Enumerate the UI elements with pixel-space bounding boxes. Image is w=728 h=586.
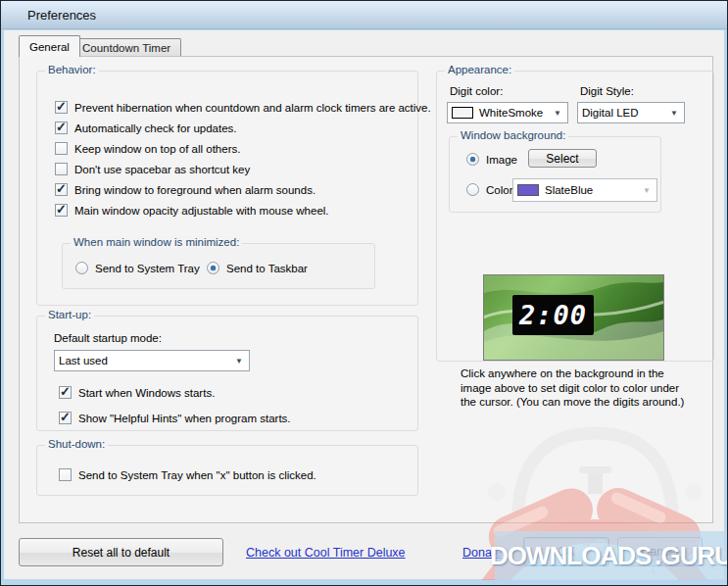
digit-style-combo[interactable]: Digital LED ▼ [577,102,685,123]
minimized-group-title: When main window is minimized: [71,236,242,248]
radio-circle[interactable] [466,153,479,166]
checkbox-box[interactable] [59,412,72,424]
startup-mode-value: Last used [59,355,108,366]
checkbox-box[interactable] [55,204,68,217]
select-button-label: Select [546,152,578,166]
tab-general[interactable]: General [19,35,80,57]
checkbox-box[interactable] [55,142,68,155]
digit-color-combo[interactable]: WhiteSmoke ▼ [447,102,568,123]
behavior-group: Behavior: Prevent hibernation when count… [36,71,418,306]
chevron-down-icon: ▼ [643,186,653,195]
chevron-down-icon: ▼ [554,109,563,118]
checkbox-auto-updates[interactable]: Automatically check for updates. [55,121,237,135]
checkbox-box[interactable] [55,183,68,196]
checkbox-bring-foreground[interactable]: Bring window to foreground when alarm so… [55,182,315,197]
checkbox-tray-on-close[interactable]: Send to System Tray when "x" button is c… [59,467,316,482]
checkbox-no-spacebar[interactable]: Don't use spacebar as shortcut key [55,162,250,176]
checkbox-prevent-hibernation[interactable]: Prevent hibernation when countdown and a… [55,100,431,115]
shutdown-group: Shut-down: Send to System Tray when "x" … [36,445,418,496]
checkbox-box[interactable] [59,468,72,481]
checkbox-label[interactable]: Automatically check for updates. [74,122,237,134]
select-image-button[interactable]: Select [528,149,597,168]
tab-countdown-label: Countdown Timer [82,42,170,54]
checkbox-opacity-wheel[interactable]: Main window opacity adjustable with mous… [55,203,329,218]
window-background-group: Window background: Image Select Color [449,136,661,213]
chevron-down-icon: ▼ [235,357,245,366]
radio-circle[interactable] [466,183,479,196]
checkbox-label[interactable]: Prevent hibernation when countdown and a… [74,102,431,114]
checkbox-box[interactable] [55,163,68,175]
checkbox-label[interactable]: Don't use spacebar as shortcut key [74,164,250,175]
radio-label[interactable]: Image [486,154,517,166]
window-background-title: Window background: [458,129,568,141]
shutdown-group-title: Shut-down: [45,438,108,450]
background-color-combo[interactable]: SlateBlue ▼ [512,178,657,202]
digit-color-label: Digit color: [450,85,503,97]
tab-countdown-timer[interactable]: Countdown Timer [72,38,181,57]
startup-group: Start-up: Default startup mode: Last use… [36,316,418,431]
digit-color-swatch [452,107,473,119]
preview-caption: Click anywhere on the background in the … [461,366,698,410]
radio-background-image[interactable]: Image [466,152,517,167]
tab-general-label: General [29,41,70,53]
checkbox-label[interactable]: Send to System Tray when "x" button is c… [78,469,316,481]
downloads-guru-watermark: DOWNLOADS .GURU [495,531,727,580]
radio-circle[interactable] [75,262,88,274]
watermark-text-left: DOWNLOADS [490,541,651,571]
radio-label[interactable]: Send to System Tray [95,263,200,274]
digit-style-value: Digital LED [582,107,639,119]
reset-all-label: Reset all to default [73,546,170,560]
checkbox-start-with-windows[interactable]: Start when Windows starts. [59,385,215,400]
dialog-body: General Countdown Timer Behavior: Preven… [4,30,724,579]
digit-style-label: Digit Style: [580,85,634,97]
reset-all-button[interactable]: Reset all to default [19,538,223,566]
preferences-dialog: Preferences General Countdown Timer Beha… [0,0,728,586]
checkbox-label[interactable]: Main window opacity adjustable with mous… [74,205,329,217]
checkbox-label[interactable]: Keep window on top of all others. [74,143,240,155]
startup-mode-label: Default startup mode: [54,332,162,344]
tab-page-general: Behavior: Prevent hibernation when count… [19,56,713,523]
startup-mode-combo[interactable]: Last used ▼ [54,350,250,371]
startup-group-title: Start-up: [45,309,94,320]
led-clock-display[interactable]: 2:00 [512,295,594,335]
minimized-group: When main window is minimized: Send to S… [62,243,375,289]
background-color-value: SlateBlue [545,184,593,196]
checkbox-box[interactable] [59,386,72,399]
checkbox-box[interactable] [55,101,68,114]
appearance-group-title: Appearance: [445,64,514,75]
background-preview-image[interactable]: 2:00 [483,274,664,361]
radio-label[interactable]: Send to Taskbar [226,263,308,274]
radio-label[interactable]: Color [486,184,512,196]
checkbox-helpful-hints[interactable]: Show "Helpful Hints" when program starts… [59,411,291,425]
radio-circle[interactable] [207,262,219,274]
checkbox-keep-on-top[interactable]: Keep window on top of all others. [55,141,240,156]
checkbox-label[interactable]: Start when Windows starts. [78,387,215,399]
background-color-swatch [517,184,539,196]
checkbox-label[interactable]: Bring window to foreground when alarm so… [74,184,315,196]
radio-send-to-system-tray[interactable]: Send to System Tray [75,261,200,275]
digit-color-value: WhiteSmoke [479,107,543,119]
cool-timer-deluxe-link[interactable]: Check out Cool Timer Deluxe [246,546,406,560]
radio-background-color[interactable]: Color [466,182,512,197]
checkbox-box[interactable] [55,122,68,134]
checkbox-label[interactable]: Show "Helpful Hints" when program starts… [78,413,291,424]
watermark-text-right: .GURU [655,541,728,571]
chevron-down-icon: ▼ [670,109,680,118]
window-title: Preferences [27,8,96,23]
title-bar[interactable]: Preferences [1,1,727,29]
radio-send-to-taskbar[interactable]: Send to Taskbar [207,261,308,275]
led-time-value: 2:00 [519,300,587,330]
behavior-group-title: Behavior: [45,64,99,75]
